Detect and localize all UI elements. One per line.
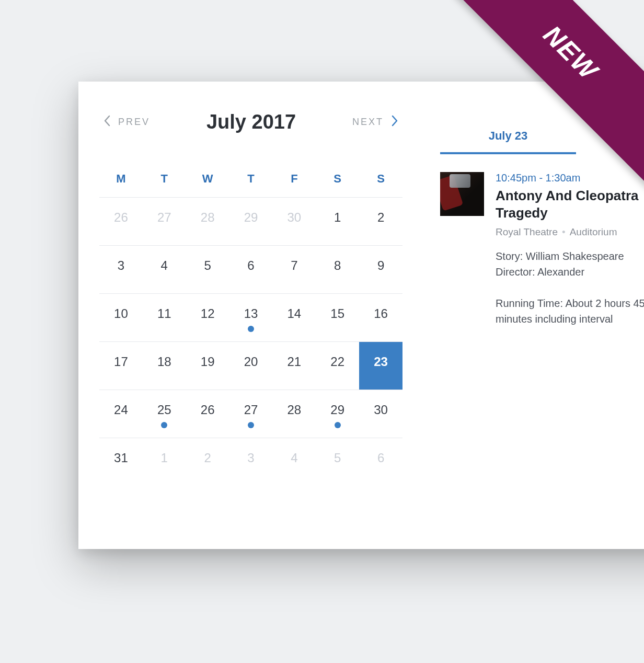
calendar-day[interactable]: 25: [143, 390, 186, 438]
chevron-left-icon: [104, 115, 111, 129]
weekday-header: F: [272, 163, 316, 198]
calendar-day[interactable]: 4: [143, 246, 186, 294]
day-number: 9: [377, 258, 384, 273]
day-number: 18: [157, 355, 171, 369]
day-number: 4: [161, 258, 168, 273]
day-number: 28: [288, 403, 302, 417]
day-number: 6: [247, 258, 254, 273]
day-grid: 2627282930123456789101112131415161718192…: [99, 198, 402, 486]
calendar-day[interactable]: 1: [316, 198, 359, 246]
calendar-day[interactable]: 27: [229, 390, 273, 438]
calendar-day[interactable]: 5: [186, 246, 229, 294]
calendar-day[interactable]: 11: [143, 294, 186, 342]
prev-month-button[interactable]: PREV: [104, 115, 150, 129]
calendar-day[interactable]: 7: [272, 246, 316, 294]
weekday-header: T: [229, 163, 273, 198]
event-thumbnail: [440, 172, 484, 216]
calendar-day[interactable]: 31: [99, 438, 143, 486]
calendar-day[interactable]: 1: [143, 438, 186, 486]
event-dot-icon: [248, 326, 254, 332]
weekday-header: W: [186, 163, 229, 198]
calendar-day[interactable]: 24: [99, 390, 143, 438]
event-credits: Story: William Shakespeare Director: Ale…: [496, 248, 644, 280]
day-number: 2: [377, 210, 384, 225]
day-number: 14: [288, 306, 302, 321]
calendar-day[interactable]: 18: [143, 342, 186, 390]
day-number: 30: [288, 210, 302, 225]
calendar-day[interactable]: 6: [229, 246, 273, 294]
calendar-day[interactable]: 14: [272, 294, 316, 342]
calendar: PREV July 2017 NEXT MTWTFSS 262728293012…: [78, 111, 423, 486]
calendar-day[interactable]: 30: [272, 198, 316, 246]
event-running-time: Running Time: About 2 hours 45 minutes i…: [496, 295, 644, 327]
next-label: NEXT: [352, 117, 384, 128]
calendar-day[interactable]: 19: [186, 342, 229, 390]
calendar-day[interactable]: 2: [359, 198, 402, 246]
weekday-row: MTWTFSS: [99, 163, 402, 198]
day-number: 5: [334, 451, 341, 465]
day-number: 6: [377, 451, 384, 465]
day-number: 25: [157, 403, 171, 417]
weekday-header: S: [316, 163, 359, 198]
calendar-day[interactable]: 27: [143, 198, 186, 246]
calendar-day[interactable]: 5: [316, 438, 359, 486]
calendar-day[interactable]: 17: [99, 342, 143, 390]
event-dot-icon: [335, 422, 341, 428]
event-dot-icon: [161, 422, 167, 428]
day-number: 3: [247, 451, 254, 465]
event-body: 10:45pm - 1:30am Antony And Cleopatra Tr…: [496, 172, 644, 327]
calendar-day[interactable]: 15: [316, 294, 359, 342]
day-number: 16: [374, 306, 388, 321]
day-number: 22: [330, 355, 344, 369]
day-number: 29: [330, 403, 344, 417]
event-panel: July 23 10:45pm - 1:30am Antony And Cleo…: [423, 111, 644, 486]
prev-label: PREV: [118, 117, 150, 128]
day-number: 21: [288, 355, 302, 369]
calendar-day[interactable]: 29: [316, 390, 359, 438]
calendar-day[interactable]: 30: [359, 390, 402, 438]
day-number: 24: [114, 403, 128, 417]
calendar-day[interactable]: 8: [316, 246, 359, 294]
day-number: 12: [201, 306, 215, 321]
calendar-day[interactable]: 13: [229, 294, 273, 342]
calendar-card: PREV July 2017 NEXT MTWTFSS 262728293012…: [78, 82, 644, 549]
calendar-day[interactable]: 10: [99, 294, 143, 342]
calendar-day[interactable]: 9: [359, 246, 402, 294]
day-number: 13: [244, 306, 258, 321]
next-month-button[interactable]: NEXT: [352, 115, 398, 129]
day-number: 28: [201, 210, 215, 225]
calendar-day[interactable]: 26: [186, 390, 229, 438]
event-dot-icon: [248, 422, 254, 428]
calendar-day[interactable]: 28: [272, 390, 316, 438]
day-number: 1: [161, 451, 168, 465]
calendar-day[interactable]: 26: [99, 198, 143, 246]
calendar-day[interactable]: 29: [229, 198, 273, 246]
event-item[interactable]: 10:45pm - 1:30am Antony And Cleopatra Tr…: [440, 172, 644, 327]
calendar-day-selected[interactable]: 23: [359, 342, 402, 390]
calendar-day[interactable]: 3: [99, 246, 143, 294]
day-number: 20: [244, 355, 258, 369]
day-number: 11: [157, 306, 171, 321]
weekday-header: T: [143, 163, 186, 198]
calendar-day[interactable]: 21: [272, 342, 316, 390]
event-meta: Royal Theatre•Auditorium: [496, 226, 644, 238]
calendar-day[interactable]: 12: [186, 294, 229, 342]
calendar-day[interactable]: 28: [186, 198, 229, 246]
day-number: 19: [201, 355, 215, 369]
event-title: Antony And Cleopatra Tragedy: [496, 187, 644, 221]
calendar-day[interactable]: 16: [359, 294, 402, 342]
calendar-day[interactable]: 3: [229, 438, 273, 486]
calendar-day[interactable]: 20: [229, 342, 273, 390]
calendar-day[interactable]: 2: [186, 438, 229, 486]
calendar-day[interactable]: 4: [272, 438, 316, 486]
panel-selected-date: July 23: [440, 129, 576, 154]
calendar-day[interactable]: 22: [316, 342, 359, 390]
day-number: 23: [374, 355, 388, 369]
day-number: 10: [114, 306, 128, 321]
calendar-day[interactable]: 6: [359, 438, 402, 486]
weekday-header: S: [359, 163, 402, 198]
day-number: 3: [118, 258, 124, 273]
day-number: 30: [374, 403, 388, 417]
event-time: 10:45pm - 1:30am: [496, 172, 644, 184]
day-number: 8: [334, 258, 341, 273]
